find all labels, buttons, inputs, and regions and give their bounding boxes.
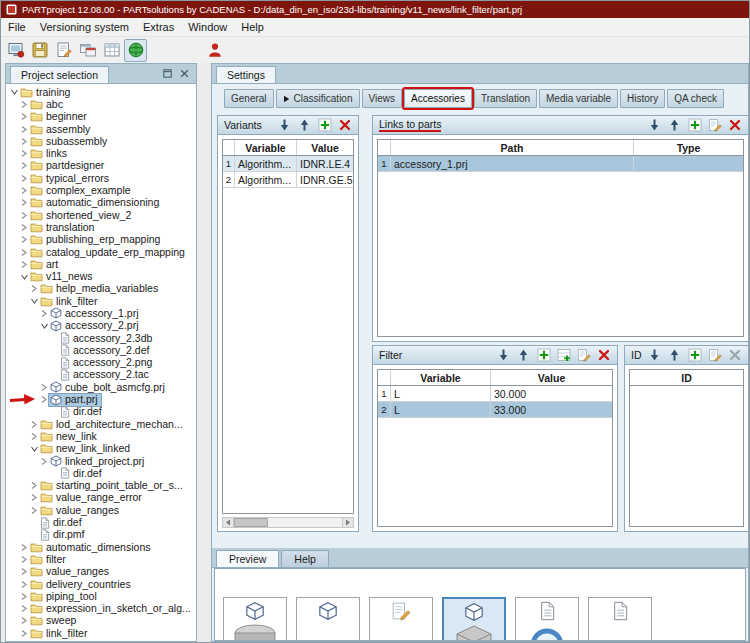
chevron-down-icon[interactable] xyxy=(10,88,19,96)
chevron-right-icon[interactable] xyxy=(30,284,39,293)
add-button[interactable] xyxy=(536,348,551,363)
tree-item-label[interactable]: accessory_2.tac xyxy=(73,369,149,380)
tree-item-help_media_variables[interactable]: help_media_variables xyxy=(6,283,196,295)
tree-item-label[interactable]: link_filter xyxy=(56,296,97,307)
tree-item-catalog_update_erp_mapping[interactable]: catalog_update_erp_mapping xyxy=(6,246,196,258)
tree-item-label[interactable]: complex_example xyxy=(46,185,131,196)
tree-item-label[interactable]: link_filter xyxy=(46,628,87,639)
tree-item-expression_in_sketch_or_alg...[interactable]: expression_in_sketch_or_alg... xyxy=(6,602,196,614)
tree-item-dir.pmf[interactable]: dir.pmf xyxy=(6,529,196,541)
chevron-right-icon[interactable] xyxy=(20,149,29,158)
tree-item-label[interactable]: part.prj xyxy=(65,394,98,405)
chevron-down-icon[interactable] xyxy=(20,273,29,281)
tab-qa-check[interactable]: QA check xyxy=(667,89,724,108)
move-up-button[interactable] xyxy=(667,118,682,133)
tree-item-dir.def[interactable]: dir.def xyxy=(6,516,196,528)
tree-item-typical_errors[interactable]: typical_errors xyxy=(6,172,196,184)
chevron-right-icon[interactable] xyxy=(20,567,29,576)
tab-accessories[interactable]: Accessories xyxy=(404,89,472,108)
chevron-right-icon[interactable] xyxy=(20,125,29,134)
chevron-right-icon[interactable] xyxy=(20,248,29,257)
table-row-1[interactable]: 1L30.000 xyxy=(378,386,612,402)
tree-item-cube_bolt_asmcfg.prj[interactable]: cube_bolt_asmcfg.prj xyxy=(6,381,196,393)
tree-item-lod_architecture_mechan...[interactable]: lod_architecture_mechan... xyxy=(6,418,196,430)
column-header-type[interactable]: Type xyxy=(634,140,743,155)
tree-item-label[interactable]: abc xyxy=(46,99,63,110)
tree-item-complex_example[interactable]: complex_example xyxy=(6,184,196,196)
tree-item-label[interactable]: dir.def xyxy=(73,468,102,479)
move-up-button[interactable] xyxy=(297,118,312,133)
menu-help[interactable]: Help xyxy=(234,18,271,36)
tree-item-label[interactable]: typical_errors xyxy=(46,173,109,184)
tree-item-label[interactable]: beginner xyxy=(46,111,87,122)
tree-item-label[interactable]: automatic_dimensioning xyxy=(46,197,159,208)
chevron-right-icon[interactable] xyxy=(30,420,39,429)
chevron-right-icon[interactable] xyxy=(20,112,29,121)
preview-globe-button[interactable] xyxy=(124,39,147,62)
tree-item-accessory_1.prj[interactable]: accessory_1.prj xyxy=(6,307,196,319)
cell[interactable]: accessory_1.prj xyxy=(391,156,634,171)
tree-item-label[interactable]: lod_architecture_mechan... xyxy=(56,419,183,430)
delete-button[interactable] xyxy=(596,348,611,363)
table-row-2[interactable]: 2Algorithm...IDNR.GE.5 xyxy=(223,172,353,188)
move-up-button[interactable] xyxy=(516,348,531,363)
menu-versioning-system[interactable]: Versioning system xyxy=(33,18,136,36)
table-row-1[interactable]: 1accessory_1.prj xyxy=(378,156,743,172)
tree-item-label[interactable]: training xyxy=(36,87,70,98)
column-header-variable[interactable]: Variable xyxy=(391,370,491,385)
cell[interactable]: IDNR.GE.5 xyxy=(297,172,353,187)
chevron-right-icon[interactable] xyxy=(20,616,29,625)
window-layout-button[interactable] xyxy=(76,39,99,62)
column-header-id[interactable]: ID xyxy=(630,370,743,385)
tree-item-sweep[interactable]: sweep xyxy=(6,615,196,627)
tree-item-label[interactable]: accessory_2.3db xyxy=(73,333,152,344)
tree-item-value_ranges[interactable]: value_ranges xyxy=(6,566,196,578)
chevron-right-icon[interactable] xyxy=(30,481,39,490)
close-panel-button[interactable] xyxy=(177,66,192,81)
tree-item-label[interactable]: new_link xyxy=(56,431,97,442)
cell[interactable]: Algorithm... xyxy=(235,172,297,187)
cell[interactable]: 30.000 xyxy=(491,386,612,401)
menu-extras[interactable]: Extras xyxy=(136,18,181,36)
menu-file[interactable]: File xyxy=(1,18,33,36)
tree-item-label[interactable]: dir.pmf xyxy=(53,529,85,540)
chevron-right-icon[interactable] xyxy=(20,629,29,638)
scroll-left-icon[interactable] xyxy=(223,518,234,527)
preview-thumb-5[interactable] xyxy=(515,597,579,641)
tree-item-links[interactable]: links xyxy=(6,147,196,159)
tree-item-label[interactable]: accessory_2.def xyxy=(73,345,149,356)
chevron-right-icon[interactable] xyxy=(20,198,29,207)
add-button[interactable] xyxy=(687,118,702,133)
chevron-right-icon[interactable] xyxy=(20,161,29,170)
tree-item-label[interactable]: value_range_error xyxy=(56,492,142,503)
tree-item-beginner[interactable]: beginner xyxy=(6,111,196,123)
chevron-right-icon[interactable] xyxy=(30,432,39,441)
tree-item-dir.def[interactable]: dir.def xyxy=(6,406,196,418)
tree-item-filter[interactable]: filter xyxy=(6,553,196,565)
tree-item-accessory_2.def[interactable]: accessory_2.def xyxy=(6,344,196,356)
tree-item-label[interactable]: accessory_2.prj xyxy=(65,320,139,331)
column-header-path[interactable]: Path xyxy=(391,140,634,155)
add-row-button[interactable] xyxy=(556,348,571,363)
add-button[interactable] xyxy=(687,348,702,363)
preview-thumb-6[interactable] xyxy=(588,597,652,641)
tree-item-label[interactable]: starting_point_table_or_s... xyxy=(56,480,183,491)
cell[interactable]: L xyxy=(391,386,491,401)
preview-thumb-3[interactable] xyxy=(369,597,433,641)
tree-item-label[interactable]: partdesigner xyxy=(46,160,104,171)
tree-item-automatic_dimensions[interactable]: automatic_dimensions xyxy=(6,541,196,553)
save-button[interactable] xyxy=(28,39,51,62)
cell[interactable]: 33.000 xyxy=(491,402,612,417)
chevron-down-icon[interactable] xyxy=(30,297,39,305)
chevron-right-icon[interactable] xyxy=(40,395,49,404)
tab-translation[interactable]: Translation xyxy=(474,89,537,108)
move-down-button[interactable] xyxy=(647,118,662,133)
tab-history[interactable]: History xyxy=(620,89,665,108)
float-panel-button[interactable] xyxy=(160,66,175,81)
chevron-right-icon[interactable] xyxy=(40,457,49,466)
open-project-button[interactable] xyxy=(4,39,27,62)
chevron-right-icon[interactable] xyxy=(20,186,29,195)
preview-thumb-2[interactable] xyxy=(296,597,360,641)
menu-window[interactable]: Window xyxy=(181,18,234,36)
chevron-right-icon[interactable] xyxy=(20,260,29,269)
